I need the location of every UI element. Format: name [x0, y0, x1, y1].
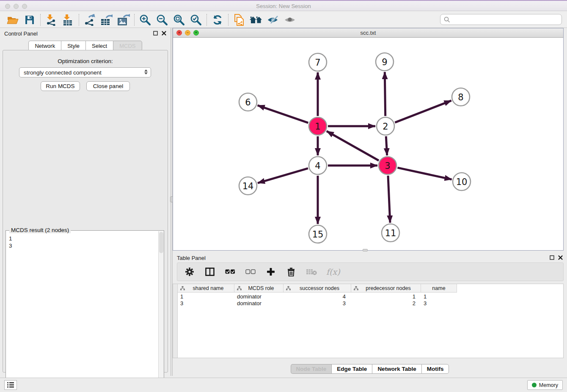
refresh-button[interactable]	[209, 13, 226, 27]
graph-edge-4-14[interactable]	[258, 168, 308, 183]
tab-network-table[interactable]: Network Table	[372, 364, 421, 374]
zoom-out-button[interactable]	[154, 13, 171, 27]
graph-node-8[interactable]: 8	[452, 88, 470, 106]
network-canvas[interactable]: 1234678910111415	[173, 38, 563, 250]
float-panel-icon[interactable]	[153, 31, 158, 36]
tab-node-table[interactable]: Node Table	[291, 364, 332, 374]
show-graphics-details-button[interactable]	[281, 13, 298, 27]
memory-button[interactable]: Memory	[527, 380, 563, 390]
show-panels-button[interactable]	[4, 380, 17, 390]
table-cell[interactable]: dominator	[234, 300, 284, 306]
tab-edge-table[interactable]: Edge Table	[331, 364, 372, 374]
save-button[interactable]	[21, 13, 38, 27]
tab-motifs[interactable]: Motifs	[421, 364, 449, 374]
optimization-criterion-label: Optimization criterion:	[3, 58, 168, 64]
table-cell[interactable]: 3	[178, 300, 234, 306]
table-cell[interactable]: 3	[284, 300, 351, 306]
table-cell[interactable]: 1	[178, 293, 234, 300]
table-cell[interactable]: 4	[284, 293, 351, 300]
session-title: Session: New Session	[0, 3, 567, 9]
column-type-icon	[180, 286, 185, 290]
table-row[interactable]: 3dominator323	[178, 300, 457, 306]
close-panel-button[interactable]: Close panel	[86, 81, 130, 91]
table-cell[interactable]: 3	[421, 300, 457, 306]
graph-node-4[interactable]: 4	[309, 157, 327, 174]
view-resize-grip[interactable]	[363, 249, 368, 251]
export-image-icon	[117, 14, 130, 26]
network-file-icon	[233, 14, 245, 26]
table-header-row: shared nameMCDS rolesuccessor nodesprede…	[178, 284, 457, 293]
checked-boxes-icon	[225, 269, 235, 274]
table-row[interactable]: 1dominator411	[178, 293, 457, 300]
graph-node-1[interactable]: 1	[309, 117, 327, 135]
graph-edge-2-9[interactable]	[385, 72, 385, 116]
export-table-button[interactable]	[98, 13, 115, 27]
export-image-button[interactable]	[115, 13, 132, 27]
zoom-in-icon	[139, 14, 151, 26]
mcds-result-list[interactable]: 13	[6, 232, 158, 390]
svg-text:1: 1	[315, 121, 320, 132]
network-view-window: × − + scc.txt 1234678910111415	[173, 28, 564, 251]
delete-table-button[interactable]	[306, 266, 317, 277]
table-cell[interactable]: 1	[351, 293, 421, 300]
go-home-button[interactable]	[248, 13, 264, 27]
hide-graphics-details-button[interactable]	[264, 13, 281, 27]
function-builder-button[interactable]: f(x)	[326, 266, 340, 277]
graph-node-10[interactable]: 10	[453, 173, 471, 190]
column-header-MCDS-role[interactable]: MCDS role	[234, 284, 284, 292]
open-button[interactable]	[4, 13, 21, 27]
graph-node-11[interactable]: 11	[382, 224, 399, 242]
network-view-title: scc.txt	[173, 30, 563, 36]
search-input[interactable]	[440, 14, 562, 25]
graph-edge-3-11[interactable]	[388, 176, 390, 223]
memory-label: Memory	[539, 382, 558, 388]
table-settings-button[interactable]	[184, 266, 195, 277]
graph-node-6[interactable]: 6	[239, 93, 257, 111]
import-table-button[interactable]	[60, 13, 77, 27]
table-cell[interactable]: dominator	[234, 293, 284, 300]
graph-node-7[interactable]: 7	[309, 53, 327, 71]
close-table-panel-icon[interactable]	[558, 255, 563, 260]
result-item[interactable]: 3	[9, 242, 158, 249]
graph-node-3[interactable]: 3	[379, 157, 396, 174]
result-scrollbar[interactable]	[158, 231, 164, 389]
column-header-successor-nodes[interactable]: successor nodes	[284, 284, 351, 292]
graph-edge-1-6[interactable]	[258, 105, 308, 123]
close-panel-icon[interactable]	[162, 31, 166, 36]
export-network-button[interactable]	[81, 13, 98, 27]
import-table-icon	[62, 14, 74, 26]
zoom-in-button[interactable]	[137, 13, 154, 27]
graph-node-15[interactable]: 15	[309, 225, 327, 243]
network-from-file-button[interactable]	[231, 13, 248, 27]
graph-edge-2-8[interactable]	[395, 101, 451, 123]
zoom-selected-button[interactable]	[187, 13, 204, 27]
criterion-select[interactable]: strongly connected component	[19, 67, 151, 77]
run-mcds-button[interactable]: Run MCDS	[41, 81, 80, 91]
select-all-button[interactable]	[225, 266, 236, 277]
graph-node-14[interactable]: 14	[239, 177, 257, 195]
delete-column-button[interactable]	[286, 266, 297, 277]
graph-edge-3-1[interactable]	[327, 131, 379, 160]
add-column-button[interactable]	[265, 266, 276, 277]
column-header-name[interactable]: name	[421, 284, 457, 292]
graph-edge-2-3[interactable]	[386, 136, 387, 155]
network-window-titlebar[interactable]: × − + scc.txt	[173, 28, 563, 38]
show-columns-button[interactable]	[204, 266, 215, 277]
delete-table-icon	[306, 268, 317, 275]
zoom-fit-button[interactable]	[171, 13, 187, 27]
float-table-panel-icon[interactable]	[550, 255, 554, 260]
table-cell[interactable]: 2	[351, 300, 421, 306]
node-table[interactable]: shared nameMCDS rolesuccessor nodesprede…	[173, 284, 564, 358]
unselect-all-button[interactable]	[245, 266, 256, 277]
table-cell[interactable]: 1	[421, 293, 457, 300]
column-header-shared-name[interactable]: shared name	[178, 284, 234, 292]
graph-node-9[interactable]: 9	[376, 53, 394, 71]
graph-edge-3-10[interactable]	[397, 168, 451, 179]
column-header-predecessor-nodes[interactable]: predecessor nodes	[351, 284, 421, 292]
toolbar-separator	[134, 14, 135, 26]
result-item[interactable]: 1	[9, 235, 158, 242]
import-network-button[interactable]	[43, 13, 60, 27]
graph-node-2[interactable]: 2	[377, 117, 394, 135]
criterion-value: strongly connected component	[24, 69, 102, 76]
network-graph[interactable]: 1234678910111415	[173, 38, 563, 250]
